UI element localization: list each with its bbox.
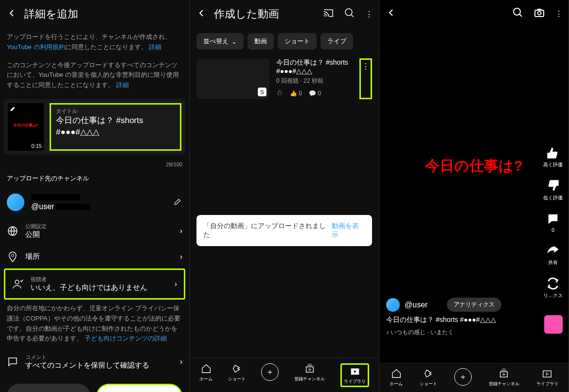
tab-video[interactable]: 動画	[248, 33, 274, 50]
chevron-right-icon: ›	[180, 357, 182, 366]
video-list-item[interactable]: S 今日の仕事は？ #shorts #●●●#△△△ 0 回視聴 · 22 秒前…	[190, 54, 379, 103]
chevron-right-icon: ›	[180, 227, 182, 235]
upload-notice: アップロードを行うことにより、チャンネルが作成され、YouTube の利用規約に…	[0, 28, 189, 56]
video-more-icon[interactable]: ⋮	[359, 58, 372, 99]
upload-channel-label: アップロード先のチャンネル	[0, 169, 189, 188]
audience-row[interactable]: 視聴者いいえ、子ども向けではありません ›	[4, 268, 185, 300]
edit-icon[interactable]	[174, 197, 182, 208]
user-avatar[interactable]	[386, 298, 400, 312]
svg-rect-4	[278, 92, 282, 94]
like-stat: 👍 0	[290, 90, 302, 97]
nav-shorts[interactable]: ショート	[228, 363, 246, 387]
bottom-nav: ホーム ショート ＋ 登録チャンネル ライブラリ	[190, 358, 379, 392]
camera-icon[interactable]	[533, 7, 545, 20]
location-icon	[7, 251, 18, 263]
char-counter: 28/100	[0, 160, 189, 169]
channel-row[interactable]: @user	[0, 188, 189, 217]
video-overlay-text: 今日の仕事は?	[425, 156, 522, 176]
tab-live[interactable]: ライブ	[320, 33, 353, 50]
share-button[interactable]: 共有	[546, 244, 560, 266]
svg-rect-5	[306, 367, 313, 372]
chevron-down-icon: ⌄	[231, 38, 237, 45]
coppa-link[interactable]: 子ども向けコンテンツの詳細	[85, 335, 167, 342]
username[interactable]: @user	[405, 301, 427, 309]
svg-rect-11	[543, 371, 551, 377]
svg-point-9	[538, 12, 541, 15]
nav-subs[interactable]: 登録チャンネル	[294, 363, 325, 387]
tab-shorts[interactable]: ショート	[278, 33, 317, 50]
comments-row[interactable]: コメントすべてのコメントを保留して確認する ›	[0, 348, 189, 376]
sort-button[interactable]: 並べ替え ⌄	[196, 33, 244, 50]
video-thumbnail[interactable]: 今日の仕事は? 0:15	[8, 103, 44, 151]
nav-create[interactable]: ＋	[261, 363, 279, 387]
lock-icon	[276, 89, 283, 97]
remix-button[interactable]: リ…クス	[543, 277, 563, 299]
back-icon[interactable]	[6, 7, 18, 21]
tos-link[interactable]: YouTube の利用規約	[7, 43, 65, 51]
bottom-nav: ホーム ショート ＋ 登録チャンネル ライブラリ	[379, 363, 569, 392]
edit-icon[interactable]	[10, 105, 17, 114]
upload-button[interactable]: ショート動…ップロード	[96, 384, 183, 392]
cast-icon[interactable]	[322, 7, 334, 21]
coppa-notice: 自分の所在地にかかわらず、児童オンライン プライバシー保護法（COPPA）やその…	[0, 300, 189, 348]
more-icon[interactable]: ⋮	[365, 10, 373, 19]
back-icon[interactable]	[385, 7, 397, 20]
more-link-2[interactable]: 詳細	[116, 81, 129, 89]
video-thumbnail[interactable]: S	[196, 58, 269, 99]
sound-disc[interactable]	[544, 315, 563, 334]
search-icon[interactable]	[344, 7, 356, 21]
avatar	[7, 194, 24, 211]
shorts-badge-icon: S	[258, 88, 267, 96]
nav-subs[interactable]: 登録チャンネル	[489, 368, 519, 387]
svg-point-2	[15, 280, 19, 284]
visibility-row[interactable]: 公開設定公開 ›	[0, 217, 189, 245]
draft-button[interactable]: ドラフトを保存	[7, 384, 90, 392]
page-title: 作成した動画	[214, 7, 279, 21]
show-video-link[interactable]: 動画を表示	[332, 222, 365, 239]
title-input[interactable]: タイトル 今日の仕事は？ #shorts #●●●#△△△	[50, 103, 181, 151]
nav-home[interactable]: ホーム	[390, 368, 403, 387]
comment-stat: 💬 0	[309, 90, 321, 97]
more-link[interactable]: 詳細	[149, 43, 161, 51]
svg-point-3	[345, 9, 352, 16]
dislike-button[interactable]: 低く評価	[543, 179, 563, 201]
comment-icon	[7, 356, 18, 368]
location-row[interactable]: 場所 ›	[0, 245, 189, 268]
comments-button[interactable]: 0	[546, 212, 560, 233]
music-notice: このコンテンツと今後アップロードするすべてのコンテンツにおいて、YouTube …	[0, 56, 189, 94]
audience-icon	[12, 278, 24, 290]
like-button[interactable]: 高く評価	[543, 146, 563, 168]
chevron-right-icon: ›	[180, 252, 182, 261]
globe-icon	[7, 225, 18, 237]
nav-create[interactable]: ＋	[454, 368, 472, 387]
video-meta: 0 回視聴 · 22 秒前	[276, 77, 353, 85]
nav-home[interactable]: ホーム	[199, 363, 213, 387]
svg-rect-10	[500, 372, 508, 377]
upload-toast: 「自分の動画」にアップロードされました 動画を表示	[196, 215, 372, 246]
nav-library[interactable]: ライブラリ	[340, 363, 369, 387]
music-info[interactable]: ♪ いつもの感じ · いまたく	[386, 328, 534, 337]
analytics-button[interactable]: アナリティクス	[447, 298, 501, 312]
search-icon[interactable]	[512, 7, 524, 20]
svg-point-1	[12, 254, 14, 256]
svg-point-7	[514, 8, 520, 15]
video-title: 今日の仕事は？ #shorts #●●●#△△△	[276, 58, 353, 75]
nav-shorts[interactable]: ショート	[420, 368, 437, 387]
nav-library[interactable]: ライブラリ	[536, 368, 558, 387]
back-icon[interactable]	[196, 7, 207, 21]
chevron-right-icon: ›	[175, 280, 177, 288]
short-caption: 今日の仕事は？ #shorts #●●●#△△△	[386, 316, 534, 324]
page-title: 詳細を追加	[24, 7, 78, 21]
more-icon[interactable]: ⋮	[555, 9, 563, 18]
